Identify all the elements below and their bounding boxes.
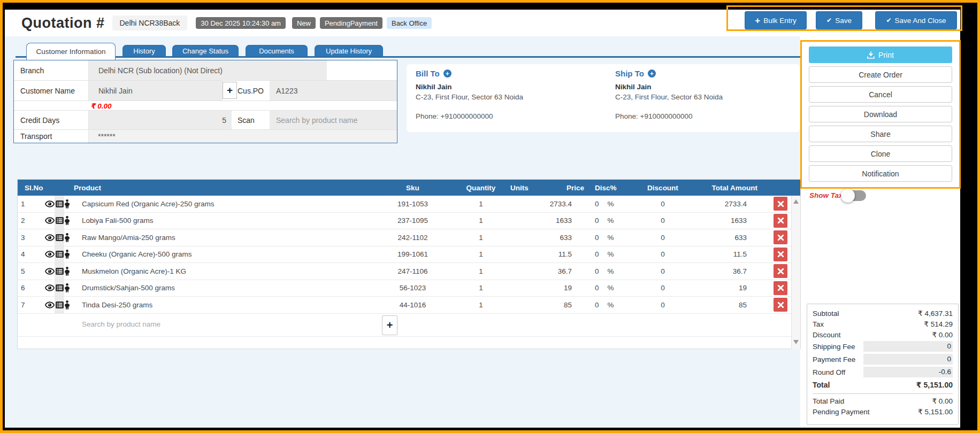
person-icon[interactable] bbox=[64, 233, 70, 242]
cell-quantity[interactable]: 1 bbox=[451, 284, 510, 292]
tab-customer-information[interactable]: Customer Information bbox=[26, 43, 116, 60]
print-button[interactable]: Print bbox=[809, 47, 952, 63]
cell-price[interactable]: 2733.4 bbox=[521, 200, 585, 208]
person-icon[interactable] bbox=[64, 216, 70, 225]
tab-change-status[interactable]: Change Status bbox=[172, 45, 239, 56]
tab-documents[interactable]: Documents bbox=[246, 45, 308, 56]
delete-row-button[interactable] bbox=[774, 214, 787, 228]
notification-button[interactable]: Notification bbox=[809, 165, 952, 182]
delete-row-button[interactable] bbox=[774, 230, 787, 244]
cell-quantity[interactable]: 1 bbox=[451, 301, 510, 309]
person-icon[interactable] bbox=[64, 250, 70, 259]
cell-quantity[interactable]: 1 bbox=[451, 234, 510, 242]
cell-discount[interactable]: 0 bbox=[628, 216, 698, 225]
cell-quantity[interactable]: 1 bbox=[451, 200, 510, 208]
eye-icon[interactable] bbox=[45, 284, 55, 292]
show-tax-toggle[interactable] bbox=[843, 190, 866, 201]
summary-value[interactable]: 0 bbox=[863, 341, 953, 352]
summary-value[interactable]: 0 bbox=[863, 354, 953, 365]
cell-disc[interactable]: 0% bbox=[585, 284, 628, 292]
delete-row-button[interactable] bbox=[774, 281, 787, 295]
cell-discount[interactable]: 0 bbox=[628, 200, 698, 208]
share-button[interactable]: Share bbox=[809, 126, 952, 142]
clone-button[interactable]: Clone bbox=[809, 145, 952, 162]
cell-quantity[interactable]: 1 bbox=[451, 250, 510, 258]
cell-price[interactable]: 1633 bbox=[521, 216, 585, 225]
cell-price[interactable]: 36.7 bbox=[521, 267, 585, 275]
col-disc: Disc% bbox=[585, 184, 628, 192]
cuspo-input[interactable]: A1223 bbox=[270, 81, 397, 100]
summary-row: Total Paid₹ 0.00 bbox=[813, 396, 953, 406]
cell-disc[interactable]: 0% bbox=[585, 267, 628, 275]
eye-icon[interactable] bbox=[45, 234, 55, 242]
details-icon[interactable] bbox=[56, 217, 64, 224]
cell-disc[interactable]: 0% bbox=[585, 200, 628, 208]
delete-row-button[interactable] bbox=[774, 248, 787, 261]
summary-row: Tax₹ 514.29 bbox=[813, 319, 953, 329]
add-ship-address-icon[interactable]: + bbox=[648, 69, 656, 78]
delete-row-button[interactable] bbox=[774, 298, 787, 312]
cell-price[interactable]: 11.5 bbox=[521, 250, 585, 258]
cancel-button[interactable]: Cancel bbox=[809, 86, 952, 103]
cell-disc[interactable]: 0% bbox=[585, 234, 628, 242]
cell-discount[interactable]: 0 bbox=[628, 284, 698, 292]
details-icon[interactable] bbox=[56, 200, 64, 207]
tab-history[interactable]: History bbox=[122, 45, 166, 56]
customer-balance: ₹ 0.00 bbox=[90, 101, 111, 110]
add-bill-address-icon[interactable]: + bbox=[443, 69, 451, 78]
person-icon[interactable] bbox=[64, 267, 70, 276]
tab-update-history[interactable]: Update History bbox=[315, 45, 383, 56]
cell-disc[interactable]: 0% bbox=[585, 301, 628, 309]
cell-price[interactable]: 633 bbox=[521, 234, 585, 242]
date-badge: 30 Dec 2025 10:24:30 am bbox=[196, 17, 286, 29]
person-icon[interactable] bbox=[64, 300, 70, 310]
add-product-button[interactable]: + bbox=[382, 315, 397, 335]
summary-row: Round Off-0.6 bbox=[813, 366, 953, 378]
delete-row-button[interactable] bbox=[774, 197, 787, 211]
save-and-close-button[interactable]: ✔Save And Close bbox=[875, 11, 957, 29]
bill-to-section: Bill To+ Nikhil Jain C-23, First Flour, … bbox=[416, 64, 614, 120]
eye-icon[interactable] bbox=[45, 301, 55, 309]
details-icon[interactable] bbox=[56, 234, 64, 241]
eye-icon[interactable] bbox=[45, 200, 55, 208]
cell-quantity[interactable]: 1 bbox=[451, 216, 510, 225]
credit-days-input[interactable]: 5 bbox=[89, 111, 232, 129]
cell-discount[interactable]: 0 bbox=[628, 250, 698, 258]
table-scrollbar[interactable] bbox=[791, 196, 800, 349]
branch-input[interactable]: Delhi NCR (Sub location) (Not Direct) bbox=[89, 60, 327, 80]
eye-icon[interactable] bbox=[45, 267, 55, 275]
col-slno: Sl.No bbox=[18, 184, 45, 192]
person-icon[interactable] bbox=[64, 199, 70, 208]
scroll-up-icon[interactable] bbox=[793, 199, 799, 204]
plus-icon: + bbox=[755, 16, 760, 25]
cell-quantity[interactable]: 1 bbox=[451, 267, 510, 275]
cell-discount[interactable]: 0 bbox=[628, 267, 698, 275]
eye-icon[interactable] bbox=[45, 250, 55, 258]
eye-icon[interactable] bbox=[45, 216, 55, 225]
cell-discount[interactable]: 0 bbox=[628, 234, 698, 242]
add-customer-button[interactable]: + bbox=[223, 82, 237, 99]
cell-disc[interactable]: 0% bbox=[585, 216, 628, 225]
cell-price[interactable]: 19 bbox=[521, 284, 585, 292]
save-button[interactable]: ✔Save bbox=[816, 11, 862, 29]
cell-discount[interactable]: 0 bbox=[628, 301, 698, 309]
details-icon[interactable] bbox=[56, 268, 64, 275]
details-icon[interactable] bbox=[56, 284, 64, 291]
summary-row: Shipping Fee0 bbox=[813, 340, 953, 353]
details-icon[interactable] bbox=[56, 251, 64, 258]
cell-price[interactable]: 85 bbox=[521, 301, 585, 309]
delete-row-button[interactable] bbox=[774, 264, 787, 278]
customer-name-input[interactable]: Nikhil Jain bbox=[89, 81, 223, 100]
details-icon[interactable] bbox=[56, 301, 64, 308]
bulk-entry-button[interactable]: +Bulk Entry bbox=[745, 11, 807, 29]
page-title: Quotation # bbox=[21, 15, 105, 32]
transport-input[interactable]: ****** bbox=[89, 130, 397, 143]
download-button[interactable]: Download bbox=[809, 106, 952, 122]
scan-input[interactable]: Search by product name bbox=[270, 111, 397, 129]
cell-disc[interactable]: 0% bbox=[585, 250, 628, 258]
product-search-input[interactable]: Search by product name bbox=[82, 320, 160, 328]
person-icon[interactable] bbox=[64, 283, 70, 292]
summary-value[interactable]: -0.6 bbox=[863, 367, 953, 377]
create-order-button[interactable]: Create Order bbox=[809, 66, 952, 83]
scroll-down-icon[interactable] bbox=[793, 340, 799, 344]
